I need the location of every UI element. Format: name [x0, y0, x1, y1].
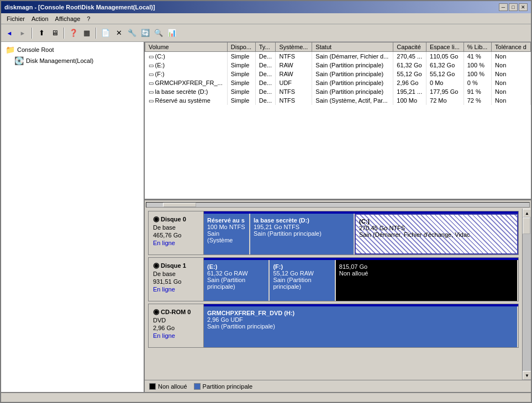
table-body: ▭(C:)SimpleDe...NTFSSain (Démarrer, Fich… [145, 52, 531, 105]
partition-size: 55,12 Go RAW [273, 270, 331, 277]
menu-help[interactable]: ? [83, 14, 93, 23]
col-pct[interactable]: % Lib... [463, 43, 491, 52]
table-row[interactable]: ▭(F:)SimpleDe...RAWSain (Partition princ… [145, 70, 531, 78]
partition-name: (F:) [273, 263, 331, 270]
partition-size: 195,21 Go NTFS [254, 224, 350, 230]
table-cell: 2,96 Go [393, 78, 426, 87]
col-statut[interactable]: Statut [312, 43, 393, 52]
disk-title: ◉ Disque 0 [153, 215, 199, 223]
col-systeme[interactable]: Système... [276, 43, 312, 52]
main-content: 📁 Console Root 💽 Disk Management(Local) … [1, 42, 531, 392]
table-cell: ▭GRMCHPXFRER_FR_... [145, 78, 228, 87]
close-button[interactable]: ✕ [519, 3, 528, 11]
table-row[interactable]: ▭Réservé au systèmeSimpleDe...NTFSSain (… [145, 96, 531, 105]
disk-partitions: (E:) 61,32 Go RAW Sain (Partition princi… [204, 258, 518, 301]
col-dispo[interactable]: Dispo... [227, 43, 255, 52]
properties-button[interactable]: 🔧 [126, 27, 138, 39]
col-volume[interactable]: Volume [145, 43, 228, 52]
grid-button[interactable]: ▦ [81, 27, 93, 39]
search-button[interactable]: 🔍 [152, 27, 165, 39]
volume-table-area[interactable]: Volume Dispo... Ty... Système... Statut … [145, 42, 531, 200]
menu-action[interactable]: Action [28, 14, 52, 23]
partition-status: Sain (Partition principale) [273, 277, 331, 290]
scroll-thumb-v[interactable] [523, 218, 530, 234]
disk-type: De base [153, 224, 199, 231]
disk-title: ◉ Disque 1 [153, 261, 199, 269]
forward-button[interactable]: ► [17, 27, 29, 39]
horizontal-scrollbar[interactable] [145, 200, 531, 209]
table-row[interactable]: ▭GRMCHPXFRER_FR_...SimpleDe...UDFSain (P… [145, 78, 531, 87]
status-bar [1, 392, 531, 402]
disk-partition[interactable]: (F:) 55,12 Go RAW Sain (Partition princi… [270, 260, 335, 301]
table-cell: 195,21 ... [393, 87, 426, 96]
separator-3 [96, 28, 97, 39]
disk-row: ◉ Disque 0 De base 465,76 Go En ligne Ré… [148, 211, 519, 255]
volume-icon: ▭ [149, 98, 154, 104]
disk-partition[interactable]: la base secrète (D:) 195,21 Go NTFS Sain… [250, 214, 355, 254]
sidebar: 📁 Console Root 💽 Disk Management(Local) [1, 42, 145, 392]
partition-status: Sain (Partition principale) [207, 323, 514, 330]
minimize-button[interactable]: ─ [499, 3, 508, 11]
partition-status: Sain (Démarrer, Fichier d'échange, Vidac [359, 231, 514, 238]
back-button[interactable]: ◄ [3, 27, 15, 39]
table-row[interactable]: ▭(C:)SimpleDe...NTFSSain (Démarrer, Fich… [145, 52, 531, 61]
volume-icon: ▭ [149, 80, 154, 86]
volume-icon: ▭ [149, 89, 154, 95]
export-button[interactable]: 📊 [166, 27, 178, 39]
col-espace[interactable]: Espace li... [426, 43, 464, 52]
maximize-button[interactable]: □ [509, 3, 518, 11]
table-header-row: Volume Dispo... Ty... Système... Statut … [145, 43, 531, 52]
table-cell: 72 % [463, 96, 491, 105]
menu-fichier[interactable]: Fichier [3, 14, 28, 23]
sidebar-item-root[interactable]: 📁 Console Root [3, 44, 141, 55]
disk-partition[interactable]: 815,07 Go Non alloué [336, 260, 518, 301]
table-cell: 72 Mo [426, 96, 464, 105]
delete-button[interactable]: ✕ [113, 27, 125, 39]
disk-partition[interactable]: Réservé au s 100 Mo NTFS Sain (Système [204, 214, 250, 254]
table-cell: 0 % [463, 78, 491, 87]
scroll-up-button[interactable]: ▲ [523, 209, 531, 218]
table-cell: 41 % [463, 52, 491, 61]
table-cell: ▭(F:) [145, 70, 228, 78]
partition-name: la base secrète (D:) [254, 217, 350, 224]
col-type[interactable]: Ty... [255, 43, 276, 52]
col-tolerance[interactable]: Tolérance d [492, 43, 531, 52]
scroll-down-button[interactable]: ▼ [523, 371, 531, 380]
table-cell: Simple [227, 87, 255, 96]
new-button[interactable]: 📄 [99, 27, 112, 39]
table-row[interactable]: ▭(E:)SimpleDe...RAWSain (Partition princ… [145, 61, 531, 70]
col-capacite[interactable]: Capacité [393, 43, 426, 52]
disk-visualization-area: ◉ Disque 0 De base 465,76 Go En ligne Ré… [145, 209, 522, 380]
up-button[interactable]: ⬆ [35, 27, 48, 39]
scroll-thumb[interactable] [163, 203, 196, 207]
table-cell: 61,32 Go [426, 61, 464, 70]
menu-affichage[interactable]: Affichage [52, 14, 84, 23]
table-cell: Sain (Partition principale) [312, 87, 393, 96]
scroll-track-v[interactable] [523, 218, 531, 371]
legend-primary-label: Partition principale [203, 383, 253, 390]
disk-partition[interactable]: (E:) 61,32 Go RAW Sain (Partition princi… [204, 260, 270, 301]
disk-partition[interactable]: GRMCHPXFRER_FR_DVD (H:) 2,96 Go UDF Sain… [204, 306, 518, 347]
root-label: Console Root [17, 46, 54, 53]
disk-title: ◉ CD-ROM 0 [153, 307, 199, 316]
separator-2 [64, 28, 65, 39]
table-cell: De... [255, 87, 276, 96]
table-cell: Sain (Partition principale) [312, 70, 393, 78]
scroll-track[interactable] [146, 202, 530, 208]
menu-bar: Fichier Action Affichage ? [1, 13, 531, 24]
partition-size: 815,07 Go [339, 263, 514, 270]
table-row[interactable]: ▭la base secrète (D:)SimpleDe...NTFSSain… [145, 87, 531, 96]
table-cell: 55,12 Go [426, 70, 464, 78]
table-cell: ▭(E:) [145, 61, 228, 70]
disk-partition[interactable]: (C:) 270,45 Go NTFS Sain (Démarrer, Fich… [355, 214, 518, 254]
partition-size: 61,32 Go RAW [207, 270, 265, 277]
sidebar-item-disk-management[interactable]: 💽 Disk Management(Local) [3, 55, 141, 66]
help-button[interactable]: ❓ [67, 27, 80, 39]
show-hide-button[interactable]: 🖥 [49, 27, 61, 39]
disk-vertical-scrollbar[interactable]: ▲ ▼ [522, 209, 531, 380]
disk-area-wrapper: ◉ Disque 0 De base 465,76 Go En ligne Ré… [145, 209, 531, 380]
legend-unalloc-box [149, 383, 156, 390]
refresh-button[interactable]: 🔄 [139, 27, 151, 39]
table-cell: Sain (Démarrer, Fichier d... [312, 52, 393, 61]
legend-primary-box [194, 383, 201, 390]
